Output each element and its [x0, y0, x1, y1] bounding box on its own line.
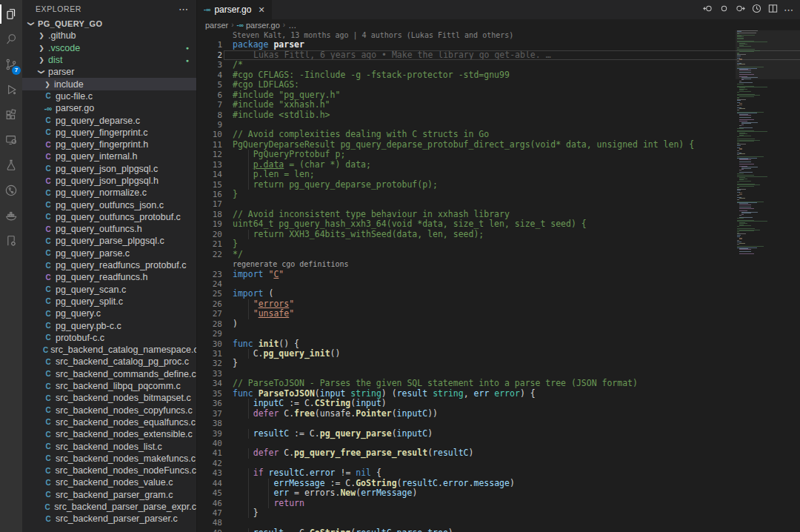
tree-item-pg-query-internal.h[interactable]: Cpg_query_internal.h [22, 150, 196, 162]
line-number[interactable]: 30 [197, 339, 222, 349]
line-number[interactable]: 18 [197, 210, 222, 219]
tree-item-pg-query-outfuncs-json.c[interactable]: Cpg_query_outfuncs_json.c [22, 199, 196, 210]
line-number[interactable]: 29 [197, 329, 222, 339]
line-number[interactable]: 14 [197, 170, 222, 179]
line-number[interactable]: 36 [197, 399, 222, 408]
line-number[interactable]: 20 [197, 230, 222, 239]
more-actions-icon[interactable]: ⋯ [784, 4, 794, 16]
code-line[interactable]: 49 result = C.GoString(resultC.parse_tre… [197, 528, 736, 532]
tab-close-icon[interactable]: ✕ [258, 5, 264, 15]
line-number[interactable]: 33 [197, 369, 222, 379]
tree-item-pg-query-json-plpgsql.c[interactable]: Cpg_query_json_plpgsql.c [22, 163, 196, 175]
code-line[interactable]: 25import ( [197, 289, 736, 299]
line-number[interactable]: 49 [197, 528, 222, 532]
code-line[interactable]: 21} [197, 239, 736, 249]
code-line[interactable]: 30func init() { [197, 339, 736, 349]
search-icon[interactable] [0, 27, 22, 52]
breadcrumb-item[interactable]: parser [205, 21, 228, 30]
tree-item-src-backend-nodes-copyfuncs.c[interactable]: Csrc_backend_nodes_copyfuncs.c [22, 405, 196, 416]
line-number[interactable]: 13 [197, 160, 222, 170]
tree-item-parser[interactable]: ❯parser [22, 66, 196, 78]
tree-item-pg-query-parse.c[interactable]: Cpg_query_parse.c [22, 247, 196, 259]
code-line[interactable]: 26 "errors" [197, 299, 736, 309]
sidebar-more-actions-icon[interactable]: ⋯ [179, 4, 189, 15]
tree-item-pg-query.c[interactable]: Cpg_query.c [22, 307, 196, 319]
code-line[interactable]: 45 err = errors.New(errMessage) [197, 488, 736, 498]
testing-icon[interactable] [0, 153, 22, 178]
tree-item-src-backend-catalog-pg-proc.c[interactable]: Csrc_backend_catalog_pg_proc.c [22, 356, 196, 368]
line-number[interactable]: 32 [197, 359, 222, 368]
code-line[interactable]: 11PgQueryDeparseResult pg_query_deparse_… [197, 140, 736, 150]
file-settings-icon[interactable] [0, 228, 22, 253]
line-number[interactable]: 8 [197, 110, 222, 120]
code-line[interactable]: 43 if resultC.error != nil { [197, 468, 736, 478]
code-line[interactable]: 9 [197, 120, 736, 130]
line-number[interactable]: 2 [197, 50, 222, 60]
line-number[interactable]: 27 [197, 309, 222, 319]
tree-item-guc-file.c[interactable]: Cguc-file.c [22, 90, 196, 102]
tree-item-src-backend-parser-gram.c[interactable]: Csrc_backend_parser_gram.c [22, 489, 196, 501]
line-number[interactable]: 11 [197, 140, 222, 150]
code-line[interactable]: 37 defer C.free(unsafe.Pointer(inputC)) [197, 409, 736, 419]
tree-item-pg-query.pb-c.c[interactable]: Cpg_query.pb-c.c [22, 319, 196, 331]
line-number[interactable]: 19 [197, 219, 222, 229]
tree-item-src-backend-nodes-nodefuncs.c[interactable]: Csrc_backend_nodes_nodeFuncs.c [22, 465, 196, 476]
tree-item-pg-query-readfuncs-protobuf.c[interactable]: Cpg_query_readfuncs_protobuf.c [22, 259, 196, 271]
line-number[interactable]: 23 [197, 270, 222, 279]
code-line[interactable]: 22*/ [197, 250, 736, 259]
line-number[interactable]: 21 [197, 239, 222, 249]
code-line[interactable]: 47 } [197, 508, 736, 518]
line-number[interactable]: 39 [197, 429, 222, 439]
code-line[interactable]: 29 [197, 329, 736, 339]
code-lens-row[interactable]: Steven Kalt, 13 months ago | 4 authors (… [197, 30, 736, 40]
code-line[interactable]: 17 [197, 199, 736, 209]
code-line[interactable]: 7#include "xxhash.h" [197, 100, 736, 110]
code-line[interactable]: 31 C.pg_query_init() [197, 349, 736, 359]
code-line[interactable]: 28) [197, 319, 736, 329]
tree-item-src-backend-nodes-value.c[interactable]: Csrc_backend_nodes_value.c [22, 476, 196, 488]
tree-item-.github[interactable]: ❯.github [22, 30, 196, 41]
line-number[interactable]: 10 [197, 130, 222, 139]
code-line[interactable]: 41 defer C.pg_query_free_parse_result(re… [197, 448, 736, 458]
code-lens-row[interactable]: regenerate cgo definitions [197, 259, 736, 269]
explorer-icon[interactable] [0, 1, 22, 27]
code-line[interactable]: 4#cgo CFLAGS: -Iinclude -g -fstack-prote… [197, 70, 736, 80]
code-line[interactable]: 10// Avoid complexities dealing with C s… [197, 130, 736, 139]
git-blame-lens[interactable]: Steven Kalt, 13 months ago | 4 authors (… [222, 30, 513, 40]
line-number[interactable]: 3 [197, 60, 222, 70]
tree-item-pg-query-parse-plpgsql.c[interactable]: Cpg_query_parse_plpgsql.c [22, 235, 196, 247]
code-line[interactable]: 27 "unsafe" [197, 309, 736, 319]
code-line[interactable]: 42 [197, 459, 736, 468]
tree-item-pg-query-scan.c[interactable]: Cpg_query_scan.c [22, 284, 196, 296]
breadcrumb-item[interactable]: … [288, 21, 296, 30]
code-line[interactable]: 18// Avoid inconsistent type behaviour i… [197, 210, 736, 219]
code-line[interactable]: 6#include "pg_query.h" [197, 90, 736, 100]
code-line[interactable]: 5#cgo LDFLAGS: [197, 80, 736, 90]
line-number[interactable]: 28 [197, 319, 222, 329]
tree-item-src-backend-libpq-pqcomm.c[interactable]: Csrc_backend_libpq_pqcomm.c [22, 380, 196, 392]
open-changes-prev-icon[interactable] [702, 3, 713, 17]
line-number[interactable]: 31 [197, 349, 222, 359]
code-line[interactable]: 14 p.len = len; [197, 170, 736, 179]
run-and-debug-icon[interactable] [0, 77, 22, 102]
extensions-icon[interactable] [0, 102, 22, 127]
line-number[interactable]: 16 [197, 190, 222, 199]
line-number[interactable]: 26 [197, 299, 222, 309]
split-editor-icon[interactable] [767, 3, 779, 17]
code-line[interactable]: 48 [197, 518, 736, 528]
code-line[interactable]: 40 [197, 439, 736, 448]
code-line[interactable]: 19uint64_t pg_query_hash_xxh3_64(void *d… [197, 219, 736, 229]
code-line[interactable]: 16} [197, 190, 736, 199]
code-line[interactable]: 15 return pg_query_deparse_protobuf(p); [197, 180, 736, 190]
line-number[interactable] [197, 30, 222, 40]
tree-item-pg-query-fingerprint.c[interactable]: Cpg_query_fingerprint.c [22, 127, 196, 139]
code-line[interactable]: 13 p.data = (char *) data; [197, 160, 736, 170]
tree-item-src-backend-parser-parse-expr.c[interactable]: Csrc_backend_parser_parse_expr.c [22, 501, 196, 513]
line-number[interactable]: 41 [197, 448, 222, 458]
tree-item-pg-query-outfuncs-protobuf.c[interactable]: Cpg_query_outfuncs_protobuf.c [22, 211, 196, 223]
remote-explorer-icon[interactable] [0, 127, 22, 153]
line-number[interactable]: 9 [197, 120, 222, 130]
breadcrumb-item[interactable]: -∞parser.go [237, 21, 280, 30]
open-changes-next-icon[interactable] [735, 3, 746, 17]
line-number[interactable]: 25 [197, 289, 222, 299]
